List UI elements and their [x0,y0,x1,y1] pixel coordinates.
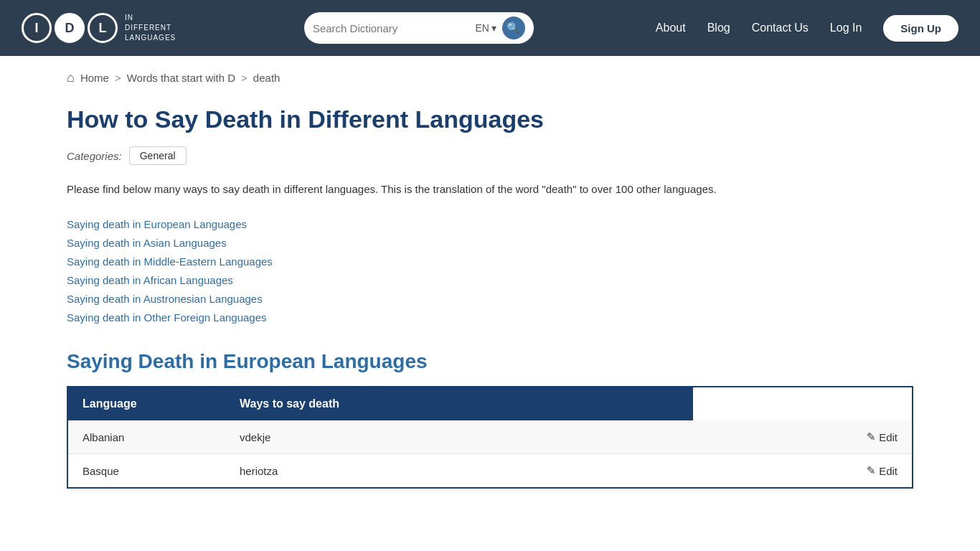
home-icon: ⌂ [67,70,75,85]
search-bar: EN ▾ 🔍 [304,12,534,44]
translation-cell: vdekje [225,420,693,454]
european-section-title: Saying Death in European Languages [67,350,913,373]
logo-circles: I D L [22,13,118,43]
main-nav: About Blog Contact Us Log In Sign Up [656,15,958,42]
categories-label: Categories: [67,150,122,162]
logo-area: I D L IN DIFFERENT LANGUAGES [22,13,182,43]
list-item: Saying death in Asian Languages [67,237,913,250]
logo-d: D [55,13,85,43]
search-icon: 🔍 [507,22,520,34]
edit-button[interactable]: ✎ Edit [867,430,897,443]
pencil-icon: ✎ [867,464,876,477]
breadcrumb-parent[interactable]: Words that start with D [127,72,235,84]
link-african[interactable]: Saying death in African Languages [67,274,233,286]
breadcrumb: ⌂ Home > Words that start with D > death [67,70,913,85]
pencil-icon: ✎ [867,430,876,443]
link-asian[interactable]: Saying death in Asian Languages [67,237,227,249]
language-cell: Basque [67,454,225,489]
col-language: Language [67,387,225,420]
section-links-list: Saying death in European Languages Sayin… [67,218,913,324]
translation-cell: heriotza [225,454,693,489]
link-middle-eastern[interactable]: Saying death in Middle-Eastern Languages [67,255,273,268]
list-item: Saying death in Other Foreign Languages [67,311,913,324]
breadcrumb-sep-1: > [115,72,121,84]
link-other[interactable]: Saying death in Other Foreign Languages [67,311,267,324]
list-item: Saying death in African Languages [67,274,913,287]
link-austronesian[interactable]: Saying death in Austronesian Languages [67,293,263,305]
breadcrumb-sep-2: > [241,72,248,84]
categories-row: Categories: General [67,146,913,165]
site-header: I D L IN DIFFERENT LANGUAGES EN ▾ 🔍 Abou… [0,0,980,56]
chevron-down-icon: ▾ [491,22,496,34]
link-european[interactable]: Saying death in European Languages [67,218,247,230]
search-button[interactable]: 🔍 [502,17,525,39]
language-cell: Albanian [67,420,225,454]
nav-contact[interactable]: Contact Us [752,22,809,34]
language-table: Language Ways to say death Albanian vdek… [67,386,913,489]
page-title: How to Say Death in Different Languages [67,105,913,133]
list-item: Saying death in Austronesian Languages [67,293,913,306]
signup-button[interactable]: Sign Up [883,15,958,42]
nav-blog[interactable]: Blog [707,22,730,34]
edit-cell: ✎ Edit [693,420,913,454]
logo-tagline: IN DIFFERENT LANGUAGES [125,13,182,43]
page-description: Please find below many ways to say death… [67,181,913,198]
main-content: ⌂ Home > Words that start with D > death… [24,56,956,503]
logo-l: L [88,13,118,43]
breadcrumb-current: death [253,72,281,84]
list-item: Saying death in Middle-Eastern Languages [67,255,913,268]
logo-i: I [22,13,52,43]
table-row: Albanian vdekje ✎ Edit [67,420,913,454]
category-general[interactable]: General [129,146,187,165]
edit-button[interactable]: ✎ Edit [867,464,897,477]
search-input[interactable] [313,22,470,34]
nav-about[interactable]: About [656,22,686,34]
nav-login[interactable]: Log In [830,22,862,34]
lang-selector[interactable]: EN ▾ [475,22,496,34]
table-header-row: Language Ways to say death [67,387,913,420]
col-ways: Ways to say death [225,387,693,420]
lang-value: EN [475,22,489,34]
breadcrumb-home[interactable]: Home [80,72,109,84]
edit-cell: ✎ Edit [693,454,913,489]
list-item: Saying death in European Languages [67,218,913,231]
table-row: Basque heriotza ✎ Edit [67,454,913,489]
